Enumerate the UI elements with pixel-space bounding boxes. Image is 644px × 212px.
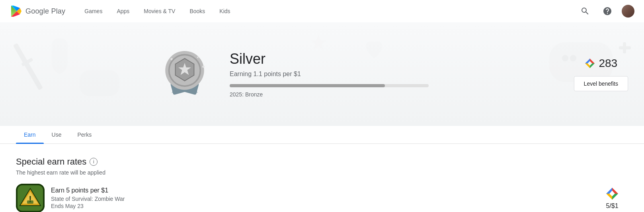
svg-rect-7 xyxy=(80,70,119,96)
progress-label: 2025: Bronze xyxy=(230,91,485,98)
content-section: Special earn rates i The highest earn ra… xyxy=(0,144,644,212)
progress-bar-fill xyxy=(230,84,385,87)
svg-rect-6 xyxy=(623,42,626,53)
earn-item-gpp-icon xyxy=(605,186,619,201)
svg-point-14 xyxy=(202,65,205,68)
earn-rate: Earning 1.1 points per $1 xyxy=(230,71,485,78)
level-name: Silver xyxy=(230,51,485,67)
progress-bar-container xyxy=(230,84,429,87)
svg-point-13 xyxy=(197,57,199,58)
section-subtitle: The highest earn rate will be applied xyxy=(16,169,628,176)
help-button[interactable] xyxy=(599,3,615,19)
game-icon-image: ! xyxy=(16,184,45,212)
svg-rect-0 xyxy=(13,43,43,90)
earn-item-ends: Ends May 23 xyxy=(51,203,590,209)
tab-earn[interactable]: Earn xyxy=(16,126,44,143)
avatar[interactable] xyxy=(622,5,634,18)
hero-section: Silver Earning 1.1 points per $1 2025: B… xyxy=(0,22,644,126)
game-icon[interactable]: ! xyxy=(16,184,45,212)
header: Google Play Games Apps Movies & TV Books… xyxy=(0,0,644,22)
silver-medal-icon xyxy=(159,44,211,104)
tab-perks[interactable]: Perks xyxy=(69,126,100,143)
points-value: 283 xyxy=(599,57,617,70)
level-benefits-button[interactable]: Level benefits xyxy=(574,76,628,91)
tab-use[interactable]: Use xyxy=(44,126,70,143)
gpp-diamond-icon xyxy=(584,58,595,69)
section-title-row: Special earn rates i xyxy=(16,157,628,167)
svg-marker-45 xyxy=(606,188,612,194)
earn-item-info: Earn 5 points per $1 State of Survival: … xyxy=(51,187,590,209)
svg-rect-38 xyxy=(27,200,33,204)
nav-games[interactable]: Games xyxy=(78,5,109,18)
nav-books[interactable]: Books xyxy=(183,5,211,18)
earn-item-points-value: 5/$1 xyxy=(606,202,618,210)
nav-kids[interactable]: Kids xyxy=(213,5,236,18)
points-row: 283 xyxy=(584,57,617,70)
hero-content: Silver Earning 1.1 points per $1 2025: B… xyxy=(143,44,501,104)
logo-area: Google Play xyxy=(10,5,65,18)
earn-item-game-name: State of Survival: Zombie War xyxy=(51,196,590,202)
header-right xyxy=(577,3,634,19)
earn-item-points: 5/$1 xyxy=(596,186,628,210)
earn-item-title: Earn 5 points per $1 xyxy=(51,187,590,194)
logo-text: Google Play xyxy=(25,7,65,16)
search-button[interactable] xyxy=(577,3,593,19)
info-icon-symbol: i xyxy=(93,159,94,165)
google-play-logo-icon xyxy=(10,5,22,18)
tabs-section: Earn Use Perks xyxy=(0,126,644,144)
nav-movies-tv[interactable]: Movies & TV xyxy=(137,5,181,18)
info-icon[interactable]: i xyxy=(90,158,98,166)
earn-item: ! Earn 5 points per $1 State of Survival… xyxy=(16,184,628,212)
nav-apps[interactable]: Apps xyxy=(110,5,136,18)
points-display: 283 Level benefits xyxy=(574,57,628,91)
medal-info: Silver Earning 1.1 points per $1 2025: B… xyxy=(230,51,485,98)
medal-container xyxy=(159,44,211,104)
svg-point-3 xyxy=(562,55,568,61)
section-title: Special earn rates xyxy=(16,157,86,167)
main-nav: Games Apps Movies & TV Books Kids xyxy=(78,5,577,18)
